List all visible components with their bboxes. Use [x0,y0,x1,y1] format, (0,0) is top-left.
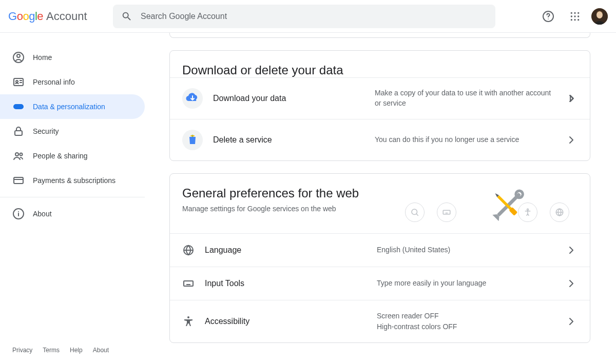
sidebar-item-personal-info[interactable]: Personal info [0,70,145,94]
footer-about[interactable]: About [93,347,109,354]
sidebar-item-label: Payments & subscriptions [33,176,116,185]
svg-point-14 [17,54,20,57]
svg-point-10 [578,19,579,21]
google-logo: Google [8,10,43,23]
row-desc: Type more easily in your language [377,278,555,289]
svg-point-28 [412,209,417,215]
svg-point-3 [574,12,575,13]
sidebar-item-home[interactable]: Home [0,45,145,70]
row-desc: Screen reader OFF High-contrast colors O… [377,311,555,332]
people-icon [12,150,25,162]
card-download-delete: Download or delete your data Download yo… [169,50,590,161]
sidebar-item-about[interactable]: About [0,201,145,226]
avatar[interactable] [591,8,608,25]
footer-terms[interactable]: Terms [43,347,60,354]
globe-icon [182,244,195,256]
svg-point-2 [571,12,572,13]
sidebar-item-label: About [33,210,52,218]
sidebar-item-people-sharing[interactable]: People & sharing [0,144,145,168]
row-download-data[interactable]: Download your data Make a copy of your d… [170,77,590,119]
row-label: Input Tools [205,279,367,288]
chevron-right-icon [565,134,578,146]
sidebar-item-security[interactable]: Security [0,119,145,144]
svg-point-7 [578,15,579,17]
chevron-right-icon [565,277,578,290]
svg-rect-19 [15,131,22,135]
row-accessibility[interactable]: Accessibility Screen reader OFF High-con… [170,300,590,342]
sidebar-item-data-personalization[interactable]: Data & personalization [0,94,145,119]
row-language[interactable]: Language English (United States) [170,233,590,267]
card-icon [12,174,25,187]
row-delete-service[interactable]: Delete a service You can do this if you … [170,119,590,160]
sidebar-item-label: Security [33,127,59,135]
account-label: Account [46,10,87,23]
svg-point-20 [15,153,18,156]
previous-card-bottom [169,33,590,38]
sidebar-item-label: People & sharing [33,152,88,160]
footer-links: Privacy Terms Help About [12,347,109,354]
search-bar[interactable] [113,5,495,28]
svg-point-12 [596,11,603,18]
svg-point-9 [574,19,575,21]
toggle-icon [12,100,25,113]
tools-illustration [456,176,559,235]
chevron-right-icon [565,315,578,328]
keyboard-icon [182,277,195,290]
help-button[interactable] [538,6,559,27]
chevron-right-icon [565,244,578,256]
lock-icon [12,125,25,137]
sidebar-item-label: Home [33,53,52,62]
svg-point-4 [578,12,579,13]
accessibility-icon [182,315,195,328]
chevron-right-icon [565,92,578,105]
svg-point-5 [571,15,572,17]
card-header: Download or delete your data [170,51,590,77]
svg-point-24 [18,211,19,212]
card-header: General preferences for the web Manage s… [170,174,590,233]
main: Download or delete your data Download yo… [145,33,616,364]
row-label: Language [205,246,367,255]
svg-point-1 [548,18,549,19]
info-icon [12,208,25,220]
svg-point-8 [571,19,572,21]
mini-search-icon [405,203,425,222]
footer-help[interactable]: Help [70,347,83,354]
svg-rect-38 [184,281,193,286]
sidebar: Home Personal info Data & personalizatio… [0,33,145,364]
sidebar-item-label: Personal info [33,78,75,86]
header-actions [538,6,608,27]
row-desc: You can do this if you no longer use a s… [375,135,555,145]
row-label: Accessibility [205,317,367,326]
row-desc: English (United States) [377,245,555,255]
logo-area[interactable]: Google Account [8,10,101,23]
sidebar-divider [0,197,145,197]
row-input-tools[interactable]: Input Tools Type more easily in your lan… [170,267,590,300]
apps-button[interactable] [565,6,585,27]
search-icon [121,11,132,22]
row-label: Download your data [213,94,364,103]
card-title: Download or delete your data [182,63,578,77]
search-input[interactable] [141,12,487,21]
svg-rect-22 [14,177,23,184]
row-label: Delete a service [213,135,364,145]
svg-point-39 [187,316,189,318]
footer-privacy[interactable]: Privacy [12,347,32,354]
row-desc: Make a copy of your data to use it with … [375,88,555,108]
sidebar-item-label: Data & personalization [33,103,105,111]
home-icon [12,51,25,64]
svg-point-6 [574,15,575,17]
svg-point-16 [16,80,18,83]
sidebar-item-payments[interactable]: Payments & subscriptions [0,168,145,193]
svg-rect-29 [443,210,450,214]
header: Google Account [0,0,616,33]
trash-icon [182,130,203,150]
accessibility-line2: High-contrast colors OFF [377,321,555,332]
svg-point-18 [19,105,22,108]
card-general-prefs: General preferences for the web Manage s… [169,173,590,343]
id-card-icon [12,76,25,88]
accessibility-line1: Screen reader OFF [377,311,555,321]
svg-point-21 [20,153,23,156]
cloud-download-icon [182,88,203,109]
mini-keyboard-icon [437,203,456,222]
